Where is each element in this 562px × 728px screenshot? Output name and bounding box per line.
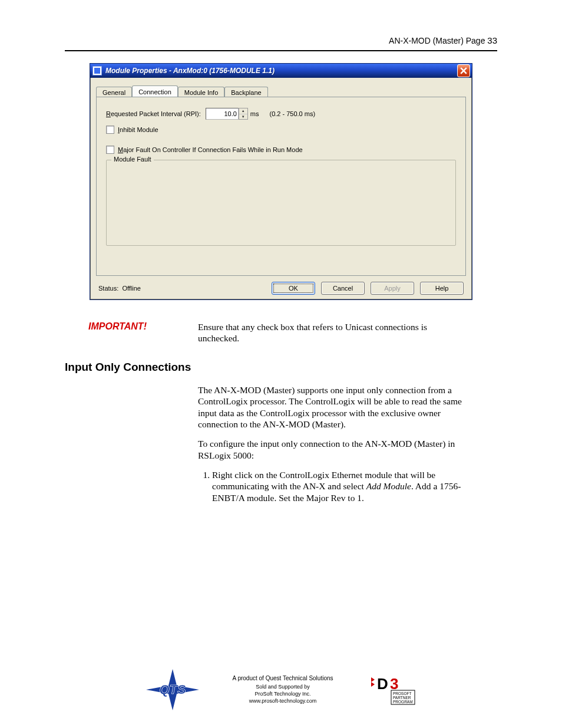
footer-credits: A product of Quest Technical Solutions S… — [232, 674, 333, 704]
section-body: The AN-X-MOD (Master) supports one input… — [198, 384, 481, 503]
page-label: Page — [466, 36, 485, 45]
fault-row: Major Fault On Controller If Connection … — [106, 146, 456, 154]
footer-line-3: ProSoft Technology Inc. — [232, 691, 333, 698]
section-para-2: To configure the input only connection t… — [198, 438, 481, 461]
svg-text:PROGRAM: PROGRAM — [393, 700, 413, 704]
spinner-down-icon[interactable]: ▼ — [239, 114, 247, 120]
svg-marker-3 — [371, 682, 375, 687]
tab-connection[interactable]: Connection — [132, 85, 178, 97]
header-rule — [65, 50, 497, 51]
rpi-input[interactable] — [206, 108, 239, 120]
module-properties-dialog: Module Properties - AnxMod:0 (1756-MODUL… — [90, 63, 472, 300]
page-number: 33 — [487, 35, 497, 45]
module-fault-groupbox: Module Fault — [106, 160, 456, 246]
app-icon — [92, 66, 102, 75]
status-text: Status: Offline — [98, 285, 141, 292]
module-fault-legend: Module Fault — [111, 156, 154, 163]
rpi-range: (0.2 - 750.0 ms) — [269, 110, 315, 117]
inhibit-label[interactable]: Inhibit Module — [118, 126, 158, 133]
footer-line-2: Sold and Supported by — [232, 684, 333, 691]
important-text: Ensure that any check box that refers to… — [198, 321, 469, 344]
close-icon — [460, 67, 467, 74]
footer-line-1: A product of Quest Technical Solutions — [232, 674, 333, 682]
inhibit-checkbox[interactable] — [106, 126, 114, 134]
important-label: IMPORTANT! — [88, 321, 183, 344]
tab-strip: General Connection Module Info Backplane — [96, 84, 466, 97]
spinner-up-icon[interactable]: ▲ — [239, 108, 247, 114]
footer-line-4: www.prosoft-technology.com — [232, 698, 333, 705]
svg-marker-2 — [371, 677, 375, 682]
add-module-emphasis: Add Module — [366, 481, 411, 491]
tab-general[interactable]: General — [96, 87, 132, 97]
inhibit-row: Inhibit Module — [106, 126, 456, 134]
page-footer: QTS A product of Quest Technical Solutio… — [0, 669, 562, 710]
section-steps: Right click on the ControlLogix Ethernet… — [198, 469, 481, 503]
section-heading: Input Only Connections — [65, 361, 497, 374]
tab-module-info[interactable]: Module Info — [178, 87, 224, 97]
close-button[interactable] — [457, 64, 470, 77]
ok-button[interactable]: OK — [272, 282, 315, 295]
help-button[interactable]: Help — [420, 282, 464, 295]
tab-panel-connection: Requested Packet Interval (RPI): ▲ ▼ ms … — [96, 97, 466, 276]
section-step-1: Right click on the ControlLogix Ethernet… — [212, 469, 481, 503]
major-fault-checkbox[interactable] — [106, 146, 114, 154]
svg-text:D: D — [377, 675, 388, 693]
prosoft-partner-logo: D 3 PROSOFT PARTNER PROGRAM — [366, 674, 416, 706]
important-callout: IMPORTANT! Ensure that any check box tha… — [88, 321, 497, 344]
cancel-button[interactable]: Cancel — [321, 282, 365, 295]
tab-backplane[interactable]: Backplane — [224, 87, 267, 97]
rpi-unit: ms — [250, 110, 259, 117]
apply-button: Apply — [371, 282, 414, 295]
dialog-titlebar[interactable]: Module Properties - AnxMod:0 (1756-MODUL… — [90, 64, 472, 78]
svg-text:PROSOFT: PROSOFT — [393, 691, 411, 696]
status-value: Offline — [122, 285, 141, 292]
section-para-1: The AN-X-MOD (Master) supports one input… — [198, 384, 481, 430]
rpi-label: Requested Packet Interval (RPI): — [106, 110, 201, 117]
dialog-footer: Status: Offline OK Cancel Apply Help — [96, 276, 466, 295]
rpi-row: Requested Packet Interval (RPI): ▲ ▼ ms … — [106, 108, 456, 120]
major-fault-label[interactable]: Major Fault On Controller If Connection … — [118, 146, 303, 153]
qts-logo: QTS — [146, 669, 199, 710]
rpi-spinner[interactable]: ▲ ▼ — [239, 108, 248, 120]
running-header: AN-X-MOD (Master) Page 33 — [65, 35, 497, 45]
dialog-title: Module Properties - AnxMod:0 (1756-MODUL… — [105, 67, 457, 75]
product-name: AN-X-MOD (Master) — [389, 36, 464, 45]
svg-text:QTS: QTS — [160, 682, 187, 697]
svg-text:PARTNER: PARTNER — [393, 696, 411, 700]
